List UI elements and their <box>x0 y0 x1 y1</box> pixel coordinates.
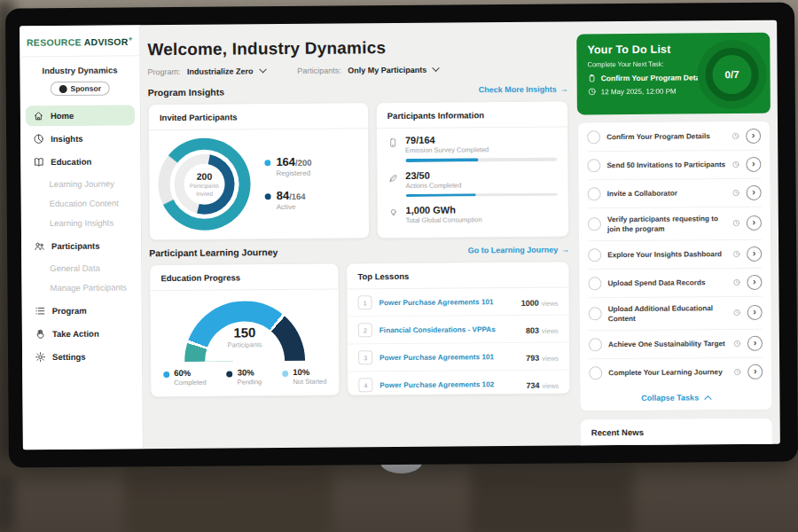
actions-leaf-icon <box>387 173 398 184</box>
app-logo: RESOURCE ADVISOR+ <box>20 25 139 57</box>
lesson-link[interactable]: Power Purchase Agreements 101 <box>379 298 514 307</box>
arrow-right-icon: → <box>560 85 568 94</box>
chevron-down-icon <box>259 66 266 73</box>
task-checkbox[interactable] <box>588 248 601 262</box>
lesson-views: 803 <box>526 326 539 335</box>
todo-tasks-card: Confirm Your Program Details › Send 50 I… <box>577 120 773 411</box>
task-open-button[interactable]: › <box>747 275 762 290</box>
sidebar-item-take-action[interactable]: Take Action <box>27 323 137 344</box>
metric-label: Emission Survey Completed <box>405 145 557 154</box>
sidebar-item-home[interactable]: Home <box>26 105 135 126</box>
sponsor-badge[interactable]: Sponsor <box>50 82 110 97</box>
task-checkbox[interactable] <box>588 187 601 200</box>
sidebar-item-label: Program <box>52 305 87 315</box>
logo-text-primary: RESOURCE <box>27 36 82 47</box>
task-checkbox[interactable] <box>589 308 602 321</box>
lightbulb-icon <box>388 207 399 218</box>
legend-item-completed: 60%Completed <box>163 369 206 387</box>
task-clock-icon <box>733 368 741 376</box>
task-label: Send 50 Invitations to Participants <box>606 160 725 170</box>
participants-filter[interactable]: Participants: Only My Participants <box>297 66 439 75</box>
task-clock-icon <box>732 219 740 227</box>
home-icon <box>33 110 44 121</box>
education-progress-gauge-chart: 150 Participants <box>184 301 306 362</box>
task-row: Achieve One Sustainability Target › <box>589 330 763 360</box>
metric-label: Total Global Consumption <box>406 215 558 224</box>
task-checkbox[interactable] <box>589 338 602 351</box>
program-insights-title: Program Insights <box>148 87 224 98</box>
task-open-button[interactable]: › <box>746 129 761 144</box>
dashboard-screen: RESOURCE ADVISOR+ Industry Dynamics Spon… <box>20 20 780 450</box>
program-filter-value: Industrialize Zero <box>187 66 254 76</box>
learning-journey-title: Participant Learning Journey <box>149 246 278 258</box>
task-open-button[interactable]: › <box>747 185 762 200</box>
task-label: Explore Your Insights Dashboard <box>607 249 726 260</box>
sidebar-item-insights[interactable]: Insights <box>26 128 135 149</box>
lesson-row: 2 Financial Considerations - VPPAs 803vi… <box>348 316 569 345</box>
task-clock-icon <box>732 132 739 140</box>
sponsor-icon <box>59 84 66 92</box>
task-checkbox[interactable] <box>587 159 600 172</box>
sidebar-item-learning-journey[interactable]: Learning Journey <box>20 174 140 194</box>
lesson-link[interactable]: Financial Considerations - VPPAs <box>379 325 519 333</box>
top-lessons-title: Top Lessons <box>347 262 568 290</box>
lesson-link[interactable]: Power Purchase Agreements 102 <box>379 379 519 388</box>
participants-information-card: Participants Information 79/164 Emission… <box>376 101 569 239</box>
task-open-button[interactable]: › <box>747 246 762 262</box>
sidebar-item-education-content[interactable]: Education Content <box>21 193 141 214</box>
lesson-row: 3 Power Purchase Agreements 101 793views <box>348 343 569 372</box>
sidebar-item-learning-insights[interactable]: Learning Insights <box>21 213 141 233</box>
education-progress-card: Education Progress 150 Participants 60%C… <box>149 263 340 398</box>
task-open-button[interactable]: › <box>747 336 763 351</box>
monitor-bezel: RESOURCE ADVISOR+ Industry Dynamics Spon… <box>5 3 798 468</box>
sidebar-item-label: Take Action <box>52 328 99 338</box>
check-more-insights-link[interactable]: Check More Insights→ <box>479 85 568 95</box>
task-clock-icon <box>732 250 740 258</box>
sidebar-item-label: Insights <box>51 133 83 143</box>
task-row: Confirm Your Program Details › <box>587 122 761 153</box>
legend-item-registered: 164/200 Registered <box>264 155 311 177</box>
sidebar-nav: Home Insights Education Learning Journey… <box>20 105 142 367</box>
task-open-button[interactable]: › <box>747 305 763 320</box>
sidebar-item-participants[interactable]: Participants <box>27 235 136 256</box>
survey-device-icon <box>387 137 398 148</box>
participants-filter-label: Participants: <box>297 66 341 75</box>
program-filter[interactable]: Program: Industrialize Zero <box>148 66 266 76</box>
settings-gear-icon <box>35 351 46 363</box>
task-label: Achieve One Sustainability Target <box>608 339 727 349</box>
gauge-center-label: Participants <box>184 340 305 349</box>
task-open-button[interactable]: › <box>747 364 763 379</box>
task-row: Explore Your Insights Dashboard › <box>588 240 762 270</box>
task-clock-icon <box>732 160 739 168</box>
task-row: Complete Your Learning Journey › <box>589 358 763 387</box>
sidebar: RESOURCE ADVISOR+ Industry Dynamics Spon… <box>20 25 144 450</box>
program-filter-label: Program: <box>148 67 181 76</box>
lesson-link[interactable]: Power Purchase Agreements 101 <box>379 352 519 361</box>
sidebar-item-general-data[interactable]: General Data <box>21 258 141 278</box>
task-checkbox[interactable] <box>587 130 600 144</box>
go-to-learning-journey-link[interactable]: Go to Learning Journey→ <box>468 246 570 255</box>
logo-text-secondary: ADVISOR <box>84 36 129 47</box>
task-checkbox[interactable] <box>588 218 601 231</box>
sidebar-item-manage-participants[interactable]: Manage Participants <box>21 278 141 298</box>
participants-icon <box>34 240 45 252</box>
task-open-button[interactable]: › <box>746 157 761 172</box>
task-row: Send 50 Invitations to Participants › <box>587 151 761 181</box>
metric-emission-survey: 79/164 Emission Survey Completed <box>377 128 568 164</box>
task-open-button[interactable]: › <box>747 215 762 231</box>
sidebar-item-education[interactable]: Education <box>26 151 135 172</box>
clock-icon <box>588 87 597 96</box>
metric-value: 1,000 GWh <box>406 204 558 215</box>
progress-bar <box>405 192 557 197</box>
metric-value: 79/164 <box>405 134 557 145</box>
organization-name: Industry Dynamics <box>20 65 139 75</box>
sidebar-item-settings[interactable]: Settings <box>27 346 137 367</box>
sidebar-item-program[interactable]: Program <box>27 300 137 321</box>
lesson-rank: 1 <box>358 295 372 309</box>
task-checkbox[interactable] <box>588 277 601 290</box>
clipboard-icon <box>588 74 597 82</box>
collapse-tasks-link[interactable]: Collapse Tasks <box>589 386 763 410</box>
participants-information-title: Participants Information <box>377 102 567 129</box>
lesson-views: 1000 <box>521 299 539 308</box>
task-checkbox[interactable] <box>589 366 602 379</box>
